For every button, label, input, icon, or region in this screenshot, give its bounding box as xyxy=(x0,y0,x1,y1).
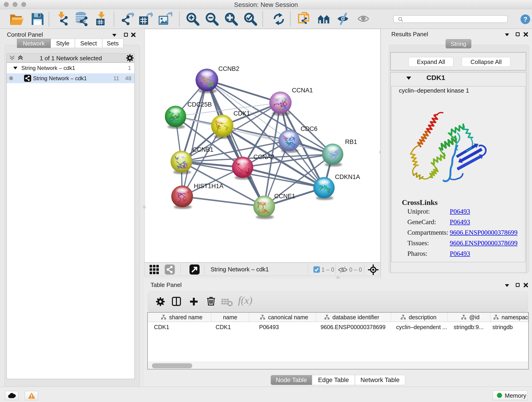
svg-text:HIST1H1A: HIST1H1A xyxy=(194,183,223,190)
svg-text:RB1: RB1 xyxy=(345,138,357,145)
svg-text:CDKN1A: CDKN1A xyxy=(335,173,360,180)
svg-text:CCNB1: CCNB1 xyxy=(192,146,214,153)
svg-text:CDK1: CDK1 xyxy=(234,110,250,117)
svg-text:CCNB2: CCNB2 xyxy=(218,65,239,72)
svg-text:CCNA1: CCNA1 xyxy=(292,87,313,94)
svg-text:CDC6: CDC6 xyxy=(301,125,317,132)
svg-text:CCNE1: CCNE1 xyxy=(274,193,295,200)
svg-text:CCNA2: CCNA2 xyxy=(253,153,274,160)
svg-text:CDC25B: CDC25B xyxy=(187,101,212,108)
svg-text:?: ? xyxy=(523,16,527,23)
